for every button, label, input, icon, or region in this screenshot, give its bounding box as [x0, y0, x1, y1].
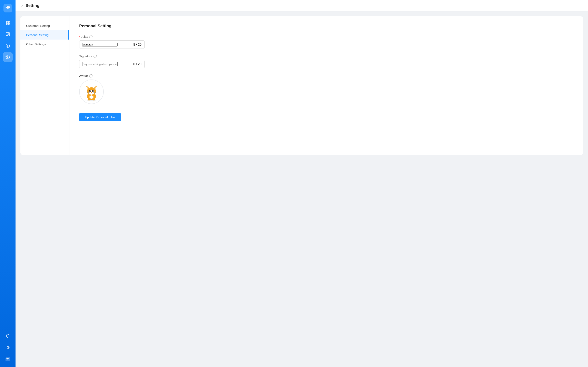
alias-input[interactable]: [82, 43, 118, 47]
alias-required-mark: •: [79, 35, 80, 38]
alias-form-group: • Alias i 8 / 20: [79, 35, 573, 49]
svg-point-14: [7, 57, 8, 58]
svg-point-29: [93, 90, 93, 91]
signature-input-wrapper: 0 / 20: [79, 60, 145, 68]
signature-label-text: Signature: [79, 54, 92, 58]
nav-item-customer-setting[interactable]: Customer Setting: [20, 21, 69, 30]
svg-point-38: [87, 100, 95, 101]
update-button[interactable]: Update Personal Infos: [79, 113, 121, 121]
sidebar-item-billing[interactable]: $: [3, 41, 13, 50]
sidebar: $: [0, 0, 16, 367]
header-chevron-icon[interactable]: >: [21, 4, 23, 8]
avatar-label: Avatar i: [79, 74, 573, 77]
svg-point-9: [7, 34, 8, 35]
svg-point-35: [89, 95, 94, 99]
svg-text:$: $: [7, 45, 8, 47]
svg-point-30: [91, 92, 92, 93]
avatar[interactable]: [79, 80, 104, 104]
avatar-form-group: Avatar i: [79, 74, 573, 104]
content-area: Customer Setting Personal Setting Other …: [16, 11, 588, 367]
svg-point-27: [92, 90, 94, 92]
sidebar-bottom: [3, 331, 13, 364]
left-navigation: Customer Setting Personal Setting Other …: [20, 16, 69, 155]
svg-rect-4: [6, 21, 8, 23]
svg-point-3: [9, 6, 9, 7]
nav-item-personal-setting[interactable]: Personal Setting: [20, 30, 69, 40]
sidebar-item-settings[interactable]: [3, 52, 13, 62]
alias-input-wrapper: 8 / 20: [79, 40, 145, 49]
sidebar-item-analytics[interactable]: [3, 354, 13, 364]
sidebar-item-contacts[interactable]: [3, 29, 13, 39]
signature-counter: 0 / 20: [133, 62, 141, 66]
avatar-info-icon[interactable]: i: [89, 74, 93, 77]
svg-point-18: [8, 358, 9, 359]
alias-info-icon[interactable]: i: [89, 35, 93, 38]
signature-info-icon[interactable]: i: [94, 55, 97, 58]
header: > Setting: [16, 0, 588, 11]
svg-rect-5: [8, 21, 9, 23]
sidebar-item-dashboard[interactable]: [3, 18, 13, 28]
avatar-label-text: Avatar: [79, 74, 88, 77]
svg-point-26: [89, 90, 91, 92]
page-title: Setting: [26, 3, 39, 8]
cat-avatar-image: [81, 82, 102, 102]
svg-point-2: [6, 6, 7, 7]
main-area: > Setting Customer Setting Personal Sett…: [16, 0, 588, 367]
alias-label: • Alias i: [79, 35, 573, 38]
alias-label-text: Alias: [81, 35, 88, 38]
signature-input[interactable]: [82, 62, 118, 66]
svg-rect-6: [6, 23, 8, 25]
nav-item-other-settings[interactable]: Other Settings: [20, 40, 69, 49]
sidebar-item-notifications[interactable]: [3, 331, 13, 341]
sidebar-item-announcements[interactable]: [3, 342, 13, 352]
settings-panel: Personal Setting • Alias i 8 / 20: [69, 16, 583, 155]
panel-title: Personal Setting: [79, 24, 573, 28]
alias-counter: 8 / 20: [133, 43, 141, 47]
app-logo: [3, 3, 13, 13]
signature-form-group: Signature i 0 / 20: [79, 54, 573, 68]
signature-label: Signature i: [79, 54, 573, 58]
content-card: Customer Setting Personal Setting Other …: [20, 16, 583, 155]
svg-point-17: [7, 358, 7, 359]
svg-rect-7: [8, 23, 9, 25]
